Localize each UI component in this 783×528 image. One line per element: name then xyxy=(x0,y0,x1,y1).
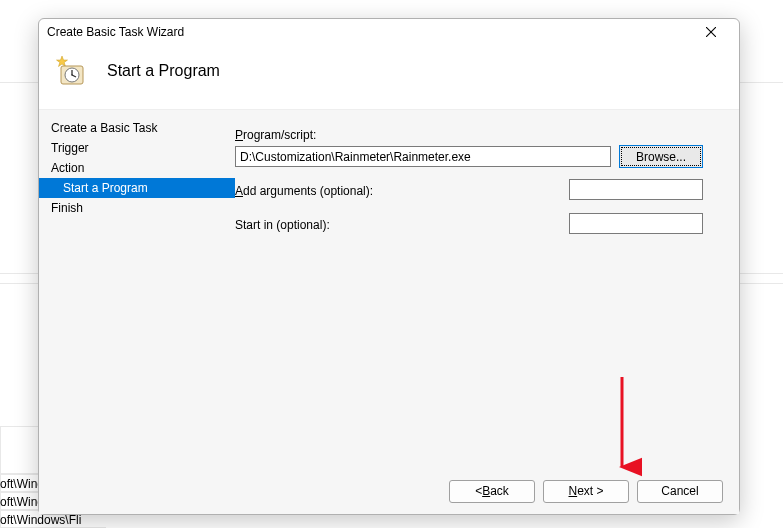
titlebar: Create Basic Task Wizard xyxy=(39,19,739,45)
step-create-basic-task[interactable]: Create a Basic Task xyxy=(39,118,235,138)
close-icon xyxy=(706,27,716,37)
wizard-heading: Start a Program xyxy=(107,62,220,80)
wizard-footer: < Back Next > Cancel xyxy=(39,468,739,514)
program-script-input[interactable] xyxy=(235,146,611,167)
svg-marker-2 xyxy=(57,56,68,67)
back-button[interactable]: < Back xyxy=(449,480,535,503)
step-start-a-program[interactable]: Start a Program xyxy=(39,178,235,198)
svg-point-7 xyxy=(71,74,73,76)
wizard-dialog: Create Basic Task Wizard Start a Program… xyxy=(38,18,740,515)
next-button[interactable]: Next > xyxy=(543,480,629,503)
window-title: Create Basic Task Wizard xyxy=(47,25,691,39)
step-trigger[interactable]: Trigger xyxy=(39,138,235,158)
program-script-label: Program/script: xyxy=(235,128,721,142)
wizard-clock-icon xyxy=(55,55,87,87)
start-in-label: Start in (optional): xyxy=(235,218,330,232)
step-action[interactable]: Action xyxy=(39,158,235,178)
wizard-steps-sidebar: Create a Basic Task Trigger Action Start… xyxy=(39,110,235,468)
step-finish[interactable]: Finish xyxy=(39,198,235,218)
wizard-content: Program/script: Browse... Add arguments … xyxy=(235,110,739,468)
browse-button[interactable]: Browse... xyxy=(619,145,703,168)
add-arguments-label: Add arguments (optional): xyxy=(235,184,373,198)
close-button[interactable] xyxy=(691,20,731,44)
wizard-header: Start a Program xyxy=(39,45,739,109)
start-in-input[interactable] xyxy=(569,213,703,234)
bg-truncated-3: oft\Windows\Fli xyxy=(0,513,81,527)
add-arguments-input[interactable] xyxy=(569,179,703,200)
cancel-button[interactable]: Cancel xyxy=(637,480,723,503)
